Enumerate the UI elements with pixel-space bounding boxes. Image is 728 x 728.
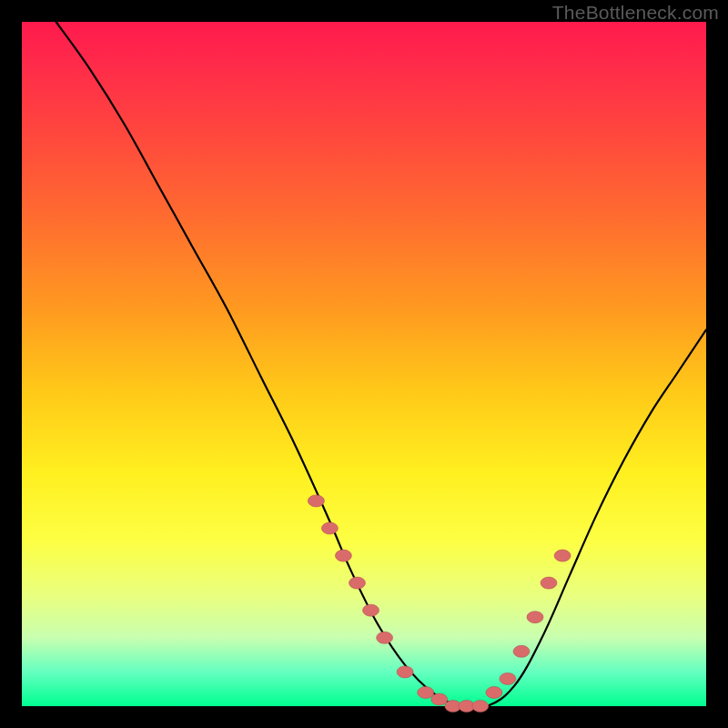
marker-dot [321,522,338,534]
marker-dot [541,577,557,589]
marker-dot [308,495,324,507]
chart-frame: TheBottleneck.com [0,0,728,728]
chart-svg [0,0,728,728]
marker-dot [554,550,571,561]
curve-group [56,22,706,709]
highlight-markers [308,495,571,713]
marker-dot [500,672,516,684]
marker-dot [335,550,351,561]
marker-dot [397,666,413,678]
marker-dot [377,632,393,643]
marker-dot [472,701,489,713]
marker-dot [527,612,543,623]
marker-dot [513,645,530,657]
marker-dot [418,687,434,699]
marker-dot [486,687,502,699]
bottleneck-curve [56,22,706,709]
marker-dot [349,577,366,589]
marker-dot [431,693,448,705]
marker-dot [363,604,379,616]
